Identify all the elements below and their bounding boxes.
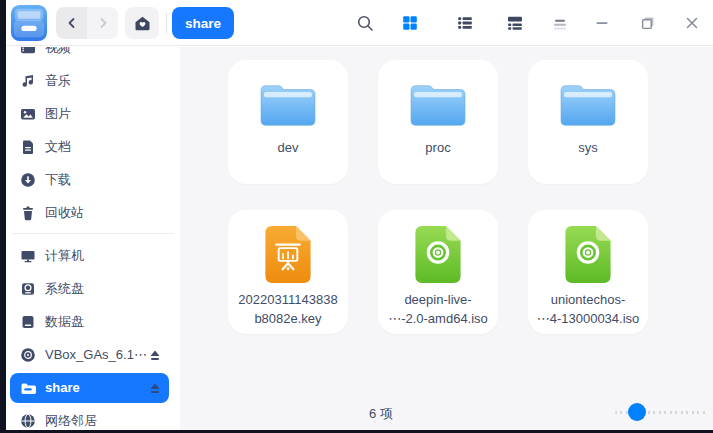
grid-view-icon[interactable] — [402, 15, 418, 31]
sidebar-item-network[interactable]: 网络邻居 — [10, 404, 169, 430]
file-name-line: ⋯-2.0-amd64.iso — [388, 309, 488, 328]
sidebar-item-trash[interactable]: 回收站 — [10, 196, 169, 229]
chevron-left-icon — [64, 15, 80, 31]
sidebar: 视频 音乐 图片 — [6, 47, 180, 430]
detail-view-icon[interactable] — [507, 15, 523, 31]
eject-icon — [149, 349, 161, 361]
sidebar-item-label: 回收站 — [45, 204, 84, 222]
forward-button[interactable] — [87, 7, 118, 39]
sidebar-item-label: 系统盘 — [45, 280, 84, 298]
folder-icon — [407, 79, 469, 131]
item-count-label: 6 项 — [369, 405, 393, 423]
sidebar-item-videos[interactable]: 视频 — [10, 47, 169, 64]
sidebar-item-label: 文档 — [45, 138, 71, 156]
search-icon[interactable] — [357, 15, 373, 31]
close-icon[interactable] — [684, 15, 700, 31]
file-card-uniontechos-iso[interactable]: uniontechos- ⋯4-13000034.iso — [528, 210, 648, 334]
file-name-line: sys — [578, 138, 598, 157]
document-icon — [20, 139, 36, 155]
sidebar-item-label: 视频 — [45, 47, 71, 57]
file-name-line: ⋯4-13000034.iso — [537, 309, 640, 328]
sidebar-item-label: share — [45, 380, 80, 395]
breadcrumb-share[interactable]: share — [172, 7, 234, 39]
iso-file-icon — [415, 226, 461, 283]
sidebar-item-share[interactable]: share — [10, 373, 169, 403]
eject-icon — [149, 382, 161, 394]
sidebar-item-label: 数据盘 — [45, 313, 84, 331]
iso-file-icon — [565, 226, 611, 283]
file-grid: dev proc sys 20220311143838 b8082e — [228, 60, 678, 334]
menu-icon[interactable] — [552, 15, 568, 31]
file-name: uniontechos- ⋯4-13000034.iso — [537, 290, 640, 328]
crumb-divider — [166, 13, 167, 33]
sidebar-item-system-disk[interactable]: 系统盘 — [10, 272, 169, 305]
file-name: sys — [578, 138, 598, 157]
file-name-line: proc — [425, 138, 450, 157]
folder-icon — [557, 79, 619, 131]
system-disk-icon — [20, 281, 36, 297]
app-icon[interactable] — [10, 4, 48, 42]
file-card-proc[interactable]: proc — [378, 60, 498, 184]
image-icon — [20, 106, 36, 122]
sidebar-item-label: 网络邻居 — [45, 412, 97, 430]
restore-icon[interactable] — [640, 15, 656, 31]
file-name-line: deepin-live- — [388, 290, 488, 309]
file-manager-window: share — [6, 0, 713, 430]
folder-icon — [257, 79, 319, 131]
sidebar-item-vbox-disc[interactable]: VBox_GAs_6.1⋯ — [10, 338, 169, 371]
back-button[interactable] — [56, 7, 87, 39]
optical-disc-icon — [20, 347, 36, 363]
sidebar-item-label: 下载 — [45, 171, 71, 189]
sidebar-item-label: 音乐 — [45, 72, 71, 90]
sidebar-item-computer[interactable]: 计算机 — [10, 239, 169, 272]
file-card-deepin-iso[interactable]: deepin-live- ⋯-2.0-amd64.iso — [378, 210, 498, 334]
eject-button[interactable] — [148, 348, 162, 362]
file-name: 20220311143838 b8082e.key — [238, 290, 337, 328]
trash-icon — [20, 205, 36, 221]
file-name-line: 20220311143838 — [238, 290, 337, 309]
eject-button[interactable] — [148, 381, 162, 395]
sidebar-item-data-disk[interactable]: 数据盘 — [10, 305, 169, 338]
sidebar-item-label: 图片 — [45, 105, 71, 123]
file-card-key[interactable]: 20220311143838 b8082e.key — [228, 210, 348, 334]
file-name-line: uniontechos- — [537, 290, 640, 309]
file-card-sys[interactable]: sys — [528, 60, 648, 184]
video-icon — [20, 47, 36, 56]
sidebar-item-pictures[interactable]: 图片 — [10, 97, 169, 130]
sidebar-separator — [6, 229, 180, 239]
home-heart-icon — [134, 15, 151, 32]
sidebar-item-downloads[interactable]: 下载 — [10, 163, 169, 196]
presentation-file-icon — [265, 226, 311, 283]
icon-size-slider[interactable] — [615, 402, 707, 422]
file-name: dev — [278, 138, 299, 157]
sidebar-item-label: VBox_GAs_6.1⋯ — [45, 347, 147, 362]
data-disk-icon — [20, 314, 36, 330]
chevron-right-icon — [95, 15, 111, 31]
file-name-line: b8082e.key — [238, 309, 337, 328]
slider-knob[interactable] — [628, 403, 646, 421]
file-name: proc — [425, 138, 450, 157]
network-icon — [20, 413, 36, 429]
computer-icon — [20, 248, 36, 264]
file-name-line: dev — [278, 138, 299, 157]
file-card-dev[interactable]: dev — [228, 60, 348, 184]
download-icon — [20, 172, 36, 188]
sidebar-list: 视频 音乐 图片 — [6, 47, 180, 430]
toolbar: share — [6, 0, 713, 46]
home-button[interactable] — [125, 7, 159, 39]
nav-group — [56, 7, 118, 39]
sidebar-item-label: 计算机 — [45, 247, 84, 265]
file-view: dev proc sys 20220311143838 b8082e — [180, 47, 713, 430]
list-view-icon[interactable] — [457, 15, 473, 31]
sidebar-item-documents[interactable]: 文档 — [10, 130, 169, 163]
sidebar-item-music[interactable]: 音乐 — [10, 64, 169, 97]
shared-folder-icon — [20, 380, 36, 396]
minimize-icon[interactable] — [594, 15, 610, 31]
file-name: deepin-live- ⋯-2.0-amd64.iso — [388, 290, 488, 328]
music-icon — [20, 73, 36, 89]
